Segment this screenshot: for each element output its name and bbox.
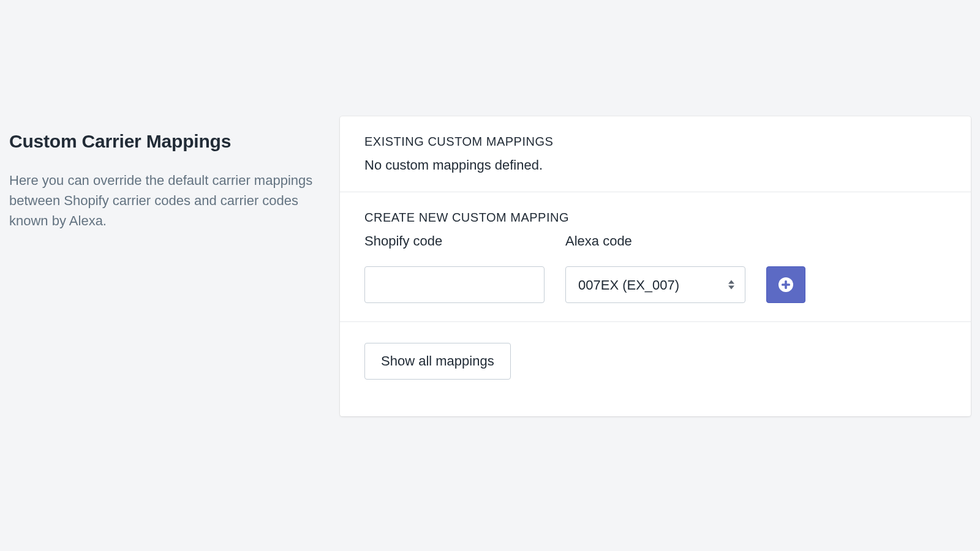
create-form-row: Shopify code Alexa code 007EX (EX_007) — [364, 233, 946, 303]
existing-section: EXISTING CUSTOM MAPPINGS No custom mappi… — [340, 116, 971, 192]
shopify-code-input[interactable] — [364, 266, 545, 303]
mappings-card: EXISTING CUSTOM MAPPINGS No custom mappi… — [340, 116, 971, 416]
create-heading: CREATE NEW CUSTOM MAPPING — [364, 211, 946, 225]
description-column: Custom Carrier Mappings Here you can ove… — [9, 116, 322, 416]
page-layout: Custom Carrier Mappings Here you can ove… — [0, 0, 980, 416]
page-description: Here you can override the default carrie… — [9, 170, 322, 231]
create-section: CREATE NEW CUSTOM MAPPING Shopify code A… — [340, 192, 971, 322]
alexa-code-select-wrap: 007EX (EX_007) — [565, 266, 745, 303]
plus-circle-icon — [777, 276, 794, 293]
show-all-mappings-button[interactable]: Show all mappings — [364, 343, 511, 380]
shopify-code-label: Shopify code — [364, 233, 545, 249]
footer-section: Show all mappings — [340, 322, 971, 416]
empty-state-text: No custom mappings defined. — [364, 157, 946, 173]
alexa-code-field: Alexa code 007EX (EX_007) — [565, 233, 745, 303]
existing-heading: EXISTING CUSTOM MAPPINGS — [364, 135, 946, 149]
shopify-code-field: Shopify code — [364, 233, 545, 303]
add-mapping-button[interactable] — [766, 266, 805, 303]
alexa-code-select[interactable]: 007EX (EX_007) — [565, 266, 745, 303]
svg-rect-2 — [782, 283, 790, 286]
page-title: Custom Carrier Mappings — [9, 131, 322, 152]
alexa-code-label: Alexa code — [565, 233, 745, 249]
